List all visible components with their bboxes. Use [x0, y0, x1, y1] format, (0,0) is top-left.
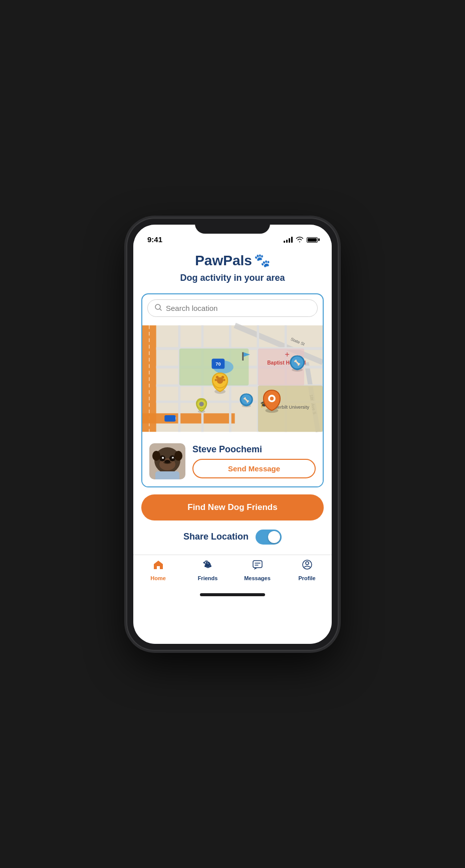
- page-title: Dog activity in your area: [143, 273, 322, 283]
- svg-point-78: [306, 562, 309, 565]
- nav-label-messages: Messages: [244, 575, 271, 581]
- toggle-thumb: [268, 531, 280, 543]
- home-icon: [153, 559, 164, 573]
- svg-point-71: [204, 565, 206, 567]
- bottom-nav: Home: [133, 555, 332, 591]
- battery-icon: [307, 237, 318, 243]
- svg-point-61: [152, 451, 160, 461]
- user-details: Steve Poochemi Send Message: [192, 444, 316, 478]
- share-location-row: Share Location: [141, 528, 324, 547]
- friends-icon: [202, 559, 213, 573]
- nav-label-home: Home: [150, 575, 166, 581]
- svg-text:🦴: 🦴: [243, 397, 250, 403]
- svg-text:🦴: 🦴: [294, 359, 301, 366]
- svg-rect-54: [155, 471, 179, 479]
- search-bar[interactable]: [147, 299, 318, 317]
- wifi-icon: [296, 236, 304, 244]
- map-svg: I·40 State St 18th Ave S: [142, 321, 323, 436]
- find-friends-button[interactable]: Find New Dog Friends: [141, 494, 324, 520]
- svg-rect-74: [253, 561, 262, 568]
- search-input[interactable]: [166, 304, 310, 312]
- svg-rect-5: [142, 413, 235, 423]
- phone-frame: 9:41: [127, 219, 338, 650]
- svg-text:+: +: [285, 349, 290, 359]
- svg-point-42: [199, 402, 204, 406]
- send-message-button[interactable]: Send Message: [192, 459, 316, 478]
- nav-item-messages[interactable]: Messages: [232, 559, 282, 581]
- paw-icon: 🐾: [254, 253, 270, 268]
- svg-point-72: [209, 565, 211, 567]
- nav-item-friends[interactable]: Friends: [183, 559, 232, 581]
- svg-point-58: [162, 457, 164, 459]
- messages-icon: [252, 559, 263, 573]
- search-icon: [155, 304, 162, 312]
- nav-label-profile: Profile: [298, 575, 315, 581]
- nav-item-profile[interactable]: Profile: [282, 559, 332, 581]
- profile-icon: [302, 559, 313, 573]
- map-card: I·40 State St 18th Ave S: [141, 293, 324, 487]
- app-logo: PawPals 🐾: [143, 253, 322, 269]
- svg-point-39: [223, 379, 225, 381]
- dog-avatar: [149, 443, 185, 479]
- svg-point-51: [270, 397, 274, 400]
- signal-icon: [284, 237, 293, 243]
- user-info-card: Steve Poochemi Send Message: [142, 436, 323, 486]
- main-content: I·40 State St 18th Ave S: [133, 288, 332, 555]
- status-time: 9:41: [147, 235, 162, 244]
- share-location-toggle[interactable]: [256, 530, 282, 545]
- svg-point-65: [203, 562, 204, 563]
- svg-point-73: [206, 564, 209, 567]
- svg-rect-7: [164, 415, 175, 421]
- status-icons: [284, 236, 318, 244]
- nav-item-home[interactable]: Home: [133, 559, 183, 581]
- app-header: PawPals 🐾 Dog activity in your area: [133, 247, 332, 288]
- svg-point-62: [174, 451, 182, 461]
- map-container: I·40 State St 18th Ave S: [142, 321, 323, 436]
- notch: [195, 219, 270, 234]
- svg-point-38: [214, 379, 217, 381]
- svg-point-36: [216, 376, 219, 379]
- logo-text: PawPals: [195, 253, 252, 269]
- svg-point-37: [221, 376, 224, 379]
- share-location-label: Share Location: [183, 532, 249, 542]
- home-indicator: [200, 593, 265, 596]
- svg-rect-31: [242, 352, 244, 361]
- nav-label-friends: Friends: [198, 575, 218, 581]
- phone-screen: 9:41: [133, 225, 332, 644]
- user-name: Steve Poochemi: [192, 444, 316, 455]
- svg-text:70: 70: [215, 362, 220, 367]
- app-content: PawPals 🐾 Dog activity in your area: [133, 247, 332, 644]
- svg-line-1: [160, 309, 161, 310]
